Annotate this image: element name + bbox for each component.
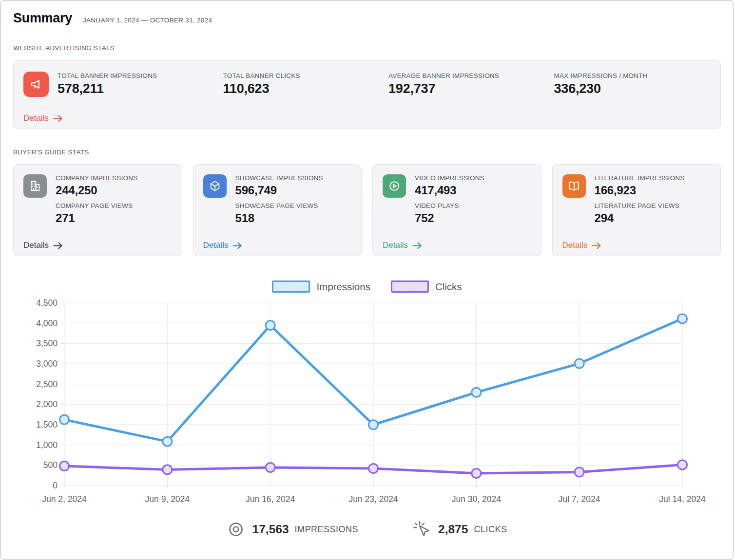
banner-stats-body: TOTAL BANNER IMPRESSIONS 578,211 TOTAL B… (14, 61, 720, 108)
svg-text:1,500: 1,500 (36, 420, 58, 429)
banner-stat: TOTAL BANNER IMPRESSIONS 578,211 (58, 72, 214, 96)
banner-stats-card: TOTAL BANNER IMPRESSIONS 578,211 TOTAL B… (13, 60, 721, 129)
stat-label: VIDEO IMPRESSIONS (415, 174, 484, 182)
building-icon (23, 174, 47, 198)
summary-page: Summary JANUARY 1, 2024 — OCTOBER 31, 20… (0, 0, 734, 560)
legend-swatch-impressions (272, 280, 310, 293)
svg-text:2,000: 2,000 (36, 399, 58, 409)
literature-stats-card: LITERATURE IMPRESSIONS 166,923 LITERATUR… (552, 164, 721, 256)
svg-text:Jul 7, 2024: Jul 7, 2024 (559, 494, 600, 504)
play-circle-icon (383, 174, 406, 198)
stat-label: COMPANY IMPRESSIONS (56, 174, 137, 182)
banner-card-footer: Details (14, 108, 720, 129)
stat-value: 166,923 (595, 184, 685, 197)
chart-totals: 17,563 IMPRESSIONS 2,875 CLICKS (13, 521, 721, 538)
stat-label: LITERATURE IMPRESSIONS (595, 174, 685, 182)
page-header: Summary JANUARY 1, 2024 — OCTOBER 31, 20… (13, 11, 721, 26)
svg-text:Jun 23, 2024: Jun 23, 2024 (348, 494, 398, 504)
date-range: JANUARY 1, 2024 — OCTOBER 31, 2024 (83, 17, 212, 24)
card-body: LITERATURE IMPRESSIONS 166,923 LITERATUR… (553, 165, 721, 235)
section-label-buyers-guide: BUYER'S GUIDE STATS (13, 149, 721, 156)
company-stats-card: COMPANY IMPRESSIONS 244,250 COMPANY PAGE… (13, 164, 182, 256)
total-impressions-value: 17,563 (252, 523, 289, 536)
details-label: Details (23, 113, 49, 123)
stat-label: SHOWCASE PAGE VIEWS (235, 202, 323, 209)
arrow-right-icon (53, 242, 63, 249)
stat-label: COMPANY PAGE VIEWS (56, 202, 137, 209)
svg-text:500: 500 (43, 460, 58, 470)
legend-item-impressions[interactable]: Impressions (272, 280, 370, 293)
stat-value: 417,493 (415, 184, 484, 197)
details-label: Details (562, 241, 588, 250)
video-details-link[interactable]: Details (383, 241, 422, 250)
svg-text:Jun 30, 2024: Jun 30, 2024 (452, 494, 501, 504)
banner-stat: AVERAGE BANNER IMPRESSIONS 192,737 (388, 72, 545, 96)
svg-text:2,500: 2,500 (36, 379, 58, 389)
arrow-right-icon (232, 242, 242, 249)
svg-text:3,500: 3,500 (36, 338, 58, 348)
card-body: SHOWCASE IMPRESSIONS 596,749 SHOWCASE PA… (193, 165, 362, 235)
card-footer: Details (373, 235, 541, 256)
stat-value: 294 (595, 211, 685, 225)
showcase-stats-card: SHOWCASE IMPRESSIONS 596,749 SHOWCASE PA… (193, 164, 362, 256)
svg-text:Jul 14, 2024: Jul 14, 2024 (659, 494, 706, 504)
card-body: VIDEO IMPRESSIONS 417,493 VIDEO PLAYS 75… (373, 165, 541, 235)
chart-legend: Impressions Clicks (13, 280, 721, 293)
stat-value: 578,211 (58, 81, 214, 96)
banner-stat: TOTAL BANNER CLICKS 110,623 (223, 72, 380, 96)
banner-details-link[interactable]: Details (23, 113, 63, 123)
book-icon (562, 174, 586, 198)
video-stats-card: VIDEO IMPRESSIONS 417,493 VIDEO PLAYS 75… (372, 164, 541, 256)
total-impressions-label: IMPRESSIONS (295, 524, 359, 535)
stat-value: 192,737 (388, 81, 545, 96)
stat-value: 336,230 (554, 81, 711, 96)
stat-value: 752 (415, 211, 484, 225)
svg-text:4,500: 4,500 (36, 299, 58, 308)
stat-value: 110,623 (223, 81, 380, 96)
arrow-right-icon (592, 242, 601, 249)
legend-label: Impressions (316, 281, 370, 293)
buyers-guide-cards: COMPANY IMPRESSIONS 244,250 COMPANY PAGE… (13, 164, 721, 256)
stat-value: 596,749 (235, 184, 323, 197)
eye-icon (227, 522, 245, 537)
total-clicks-value: 2,875 (438, 523, 468, 536)
svg-text:3,000: 3,000 (36, 359, 58, 369)
cursor-click-icon (412, 521, 430, 538)
megaphone-icon (23, 72, 49, 97)
stat-value: 518 (235, 211, 323, 225)
showcase-details-link[interactable]: Details (203, 241, 243, 250)
svg-text:0: 0 (53, 481, 58, 490)
legend-swatch-clicks (391, 280, 429, 293)
details-label: Details (23, 241, 49, 250)
total-clicks: 2,875 CLICKS (412, 521, 507, 538)
svg-text:Jun 2, 2024: Jun 2, 2024 (42, 494, 87, 504)
stat-label: LITERATURE PAGE VIEWS (595, 202, 685, 209)
legend-item-clicks[interactable]: Clicks (391, 280, 462, 293)
svg-text:4,000: 4,000 (36, 318, 58, 328)
line-chart: 05001,0001,5002,0002,5003,0003,5004,0004… (13, 299, 723, 509)
stat-label: VIDEO PLAYS (415, 202, 484, 209)
card-footer: Details (193, 235, 362, 256)
stat-label: SHOWCASE IMPRESSIONS (235, 174, 323, 182)
details-label: Details (203, 241, 229, 250)
stat-value: 244,250 (56, 184, 137, 197)
stat-value: 271 (56, 211, 137, 225)
card-footer: Details (14, 235, 182, 256)
card-footer: Details (553, 235, 721, 256)
stat-label: TOTAL BANNER CLICKS (223, 72, 380, 79)
stat-label: TOTAL BANNER IMPRESSIONS (58, 72, 214, 79)
details-label: Details (383, 241, 408, 250)
card-body: COMPANY IMPRESSIONS 244,250 COMPANY PAGE… (14, 165, 182, 235)
arrow-right-icon (53, 115, 63, 122)
stat-label: MAX IMPRESSIONS / MONTH (554, 72, 711, 79)
page-title: Summary (13, 11, 72, 26)
banner-stat: MAX IMPRESSIONS / MONTH 336,230 (554, 72, 711, 96)
arrow-right-icon (412, 242, 422, 249)
cube-icon (203, 174, 227, 198)
svg-text:Jun 16, 2024: Jun 16, 2024 (246, 494, 295, 504)
literature-details-link[interactable]: Details (562, 241, 602, 250)
svg-text:Jun 9, 2024: Jun 9, 2024 (145, 494, 190, 504)
company-details-link[interactable]: Details (23, 241, 63, 250)
stat-label: AVERAGE BANNER IMPRESSIONS (388, 72, 545, 79)
total-impressions: 17,563 IMPRESSIONS (227, 522, 358, 537)
